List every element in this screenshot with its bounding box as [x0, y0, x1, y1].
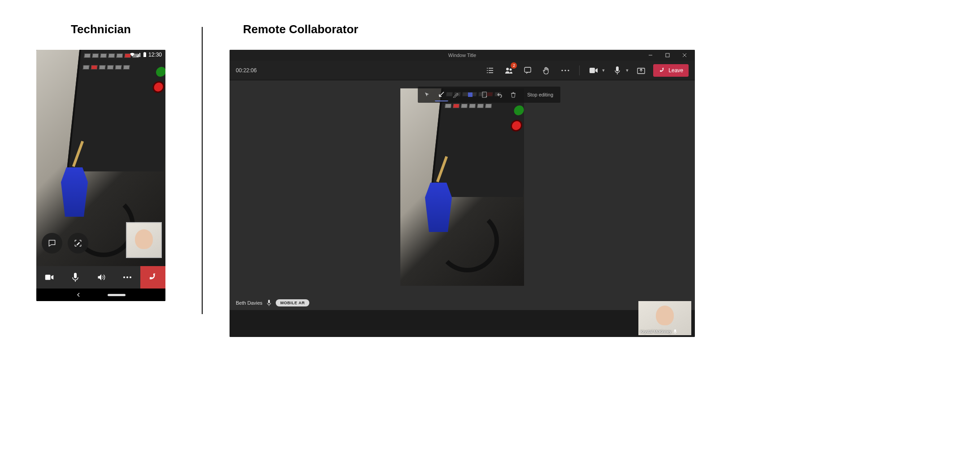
- cell-signal-icon: [137, 52, 141, 57]
- mic-toggle-button[interactable]: [611, 64, 624, 77]
- roster-button[interactable]: [483, 64, 497, 77]
- svg-rect-2: [45, 275, 51, 280]
- air-hose: [436, 210, 499, 272]
- status-time: 12:30: [148, 52, 162, 58]
- window-title-text: Window Title: [448, 52, 476, 58]
- presenter-mic-icon: [267, 300, 271, 306]
- chat-icon: [524, 67, 531, 74]
- ellipsis-icon: [561, 70, 569, 71]
- video-icon: [590, 68, 598, 73]
- presenter-name: Beth Davies: [236, 300, 262, 306]
- annotate-button[interactable]: [68, 233, 88, 254]
- phone-call-controls: [36, 266, 165, 289]
- maximize-icon: [665, 53, 670, 57]
- svg-rect-17: [468, 92, 473, 97]
- color-picker-button[interactable]: [464, 88, 477, 101]
- desktop-window: Window Title 00:22:06: [230, 50, 695, 337]
- svg-rect-20: [674, 329, 676, 332]
- pen-icon: [453, 92, 459, 98]
- note-icon: [481, 92, 488, 98]
- phone-statusbar: 12:30: [36, 50, 165, 60]
- self-name: Krystal McKinney: [640, 329, 672, 334]
- delete-annotation-button[interactable]: [507, 88, 520, 101]
- ellipsis-icon: [123, 276, 132, 279]
- trash-icon: [510, 92, 516, 98]
- cursor-tool-button[interactable]: [421, 88, 434, 101]
- call-duration: 00:22:06: [236, 67, 257, 74]
- svg-rect-18: [482, 92, 486, 97]
- mobile-ar-badge: MOBILE AR: [276, 299, 309, 306]
- desktop-self-view[interactable]: Krystal McKinney: [638, 301, 691, 335]
- home-nav-button[interactable]: [108, 294, 126, 296]
- svg-point-13: [568, 70, 569, 71]
- raise-hand-button[interactable]: [540, 64, 553, 77]
- undo-button[interactable]: [492, 88, 506, 101]
- collaborator-title: Remote Collaborator: [243, 22, 953, 36]
- svg-rect-1: [144, 52, 145, 52]
- svg-rect-0: [143, 52, 146, 57]
- share-icon: [637, 67, 645, 74]
- window-minimize-button[interactable]: [642, 50, 659, 61]
- window-close-button[interactable]: [676, 50, 693, 61]
- arrow-icon: [438, 91, 445, 97]
- more-actions-button[interactable]: [559, 64, 572, 77]
- svg-point-11: [562, 70, 563, 71]
- svg-point-12: [565, 70, 566, 71]
- chat-icon: [48, 239, 56, 248]
- chat-panel-button[interactable]: [521, 64, 534, 77]
- phone-self-view[interactable]: [127, 223, 161, 257]
- leave-call-button[interactable]: Leave: [653, 64, 689, 77]
- svg-point-9: [510, 68, 512, 70]
- hangup-icon: [659, 67, 666, 74]
- technician-column: Technician 12:30: [27, 22, 175, 301]
- mic-toggle-button[interactable]: [62, 273, 88, 282]
- camera-options-dropdown[interactable]: ▼: [601, 68, 605, 73]
- close-icon: [682, 53, 687, 57]
- hangup-icon: [147, 272, 158, 283]
- android-nav-bar: [36, 289, 165, 301]
- chevron-left-icon: [76, 293, 81, 297]
- hand-icon: [543, 66, 550, 74]
- mic-options-dropdown[interactable]: ▼: [625, 68, 629, 73]
- pen-tool-button[interactable]: [449, 88, 463, 101]
- column-divider: [202, 27, 203, 314]
- back-nav-button[interactable]: [76, 293, 81, 297]
- video-toggle-button[interactable]: [36, 274, 62, 280]
- svg-rect-10: [525, 67, 531, 72]
- add-note-button[interactable]: [478, 88, 491, 101]
- speaker-icon: [97, 273, 106, 281]
- svg-rect-7: [666, 53, 669, 57]
- svg-point-8: [506, 68, 509, 70]
- self-face: [135, 229, 153, 249]
- window-titlebar: Window Title: [230, 50, 695, 61]
- arrow-tool-button[interactable]: [435, 88, 448, 101]
- hangup-button[interactable]: [140, 266, 165, 289]
- shared-camera-feed[interactable]: [400, 88, 524, 286]
- window-maximize-button[interactable]: [659, 50, 676, 61]
- svg-rect-3: [74, 273, 77, 278]
- phone-device: 12:30: [36, 50, 165, 301]
- wifi-icon: [130, 52, 135, 57]
- people-badge: 2: [511, 62, 517, 69]
- cursor-icon: [424, 92, 430, 98]
- self-view-label: Krystal McKinney: [640, 329, 677, 334]
- minimize-icon: [648, 53, 653, 57]
- leave-label: Leave: [668, 67, 683, 74]
- share-screen-button[interactable]: [634, 64, 648, 77]
- more-options-button[interactable]: [114, 276, 140, 279]
- chat-button[interactable]: [42, 233, 62, 254]
- speaker-toggle-button[interactable]: [88, 273, 114, 281]
- annotation-toolbar: Stop editing: [418, 87, 560, 103]
- svg-point-4: [123, 276, 125, 278]
- camera-toggle-button[interactable]: [587, 64, 600, 77]
- equipment-control-panel: [430, 88, 524, 197]
- svg-point-5: [126, 276, 128, 278]
- meeting-stage: Stop editing Beth Davies MOBILE AR: [230, 80, 695, 310]
- svg-point-6: [130, 276, 131, 278]
- people-button[interactable]: 2: [502, 64, 516, 77]
- video-icon: [45, 274, 54, 280]
- list-icon: [486, 67, 494, 74]
- stop-editing-button[interactable]: Stop editing: [523, 92, 558, 97]
- svg-rect-15: [616, 66, 619, 71]
- collaborator-column: Remote Collaborator Window Title: [230, 22, 953, 337]
